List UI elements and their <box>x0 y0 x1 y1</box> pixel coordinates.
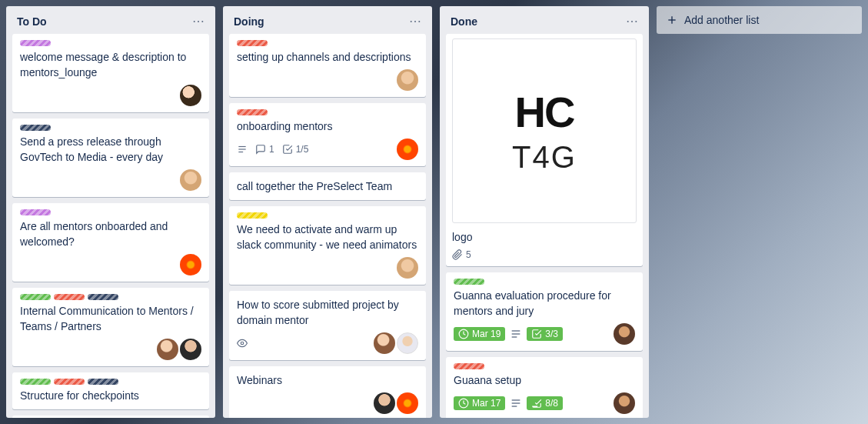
card-members <box>374 392 418 414</box>
card[interactable]: Guanna evaluation procedure for mentors … <box>446 272 643 351</box>
avatar[interactable] <box>374 392 395 414</box>
card[interactable]: Structure for checkpoints <box>12 372 209 409</box>
plus-icon <box>666 14 678 26</box>
list-header: Done ⋯ <box>440 6 649 34</box>
comments-badge: 1 <box>255 144 274 155</box>
checklist-complete-badge: 8/8 <box>527 396 563 410</box>
card-cover-image: HC T4G <box>452 38 637 223</box>
card-title: We need to activate and warm up slack co… <box>237 222 418 252</box>
card-title: Guanna evaluation procedure for mentors … <box>454 288 635 319</box>
avatar[interactable] <box>180 169 201 191</box>
card-title: Webinars <box>237 372 418 388</box>
svg-point-3 <box>241 342 244 345</box>
card-title: logo <box>452 229 637 245</box>
card-title: Structure for checkpoints <box>20 388 201 403</box>
label-navy[interactable] <box>20 125 51 131</box>
list-menu-button[interactable]: ⋯ <box>623 12 641 31</box>
card-title: setting up channels and descriptions <box>237 49 418 65</box>
due-date-badge: Mar 17 <box>454 396 505 410</box>
add-list-label: Add another list <box>684 14 759 26</box>
card-labels <box>237 212 418 219</box>
card-members <box>614 323 635 345</box>
list-done: Done ⋯ HC T4G logo 5 Guanna evaluation p… <box>440 6 649 418</box>
avatar[interactable] <box>397 332 418 354</box>
card-title: welcome message & description to mentors… <box>20 49 201 80</box>
card-members <box>397 257 418 279</box>
card[interactable]: HC T4G logo 5 <box>446 34 643 266</box>
card[interactable]: Webinars <box>229 366 426 418</box>
avatar[interactable] <box>157 339 178 360</box>
description-icon <box>237 144 248 155</box>
card-title: Guaana setup <box>454 372 635 388</box>
list-todo: To Do ⋯ welcome message & description to… <box>6 6 215 418</box>
cover-text-hc: HC <box>515 87 574 137</box>
list-menu-button[interactable]: ⋯ <box>189 12 208 31</box>
card[interactable]: community instrukcja obsługi co i jak <box>12 416 209 418</box>
card-labels <box>454 279 635 285</box>
description-icon <box>510 397 522 409</box>
list-menu-button[interactable]: ⋯ <box>406 12 424 31</box>
card-badges: 1 1/5 <box>237 144 308 155</box>
card[interactable]: welcome message & description to mentors… <box>12 34 209 112</box>
card[interactable]: Are all mentors onboarded and welcomed? <box>12 203 209 282</box>
label-red[interactable] <box>54 294 85 300</box>
card-labels <box>237 40 418 46</box>
card[interactable]: Guaana setup Mar 17 8/8 <box>446 357 643 418</box>
card-badges: Mar 19 3/3 <box>454 327 563 341</box>
avatar[interactable] <box>397 257 418 279</box>
label-green[interactable] <box>454 279 484 285</box>
label-red[interactable] <box>237 109 268 115</box>
card-title: Are all mentors onboarded and welcomed? <box>20 219 201 249</box>
card-members <box>614 392 635 414</box>
label-red[interactable] <box>54 379 85 385</box>
card[interactable]: call together the PreSelect Team <box>229 172 426 200</box>
description-icon <box>510 328 522 340</box>
avatar[interactable] <box>180 254 201 275</box>
card[interactable]: How to score submitted project by domain… <box>229 291 426 360</box>
label-red[interactable] <box>454 363 484 369</box>
board: To Do ⋯ welcome message & description to… <box>0 0 868 424</box>
avatar[interactable] <box>397 69 418 91</box>
label-purple[interactable] <box>20 40 51 46</box>
checklist-badge: 1/5 <box>282 144 309 155</box>
add-list-button[interactable]: Add another list <box>657 6 862 34</box>
card[interactable]: Send a press release through GovTech to … <box>12 119 209 197</box>
card[interactable]: We need to activate and warm up slack co… <box>229 206 426 285</box>
avatar[interactable] <box>614 323 635 345</box>
avatar[interactable] <box>374 332 395 354</box>
card-title: How to score submitted project by domain… <box>237 297 418 328</box>
avatar[interactable] <box>180 339 201 360</box>
list-doing: Doing ⋯ setting up channels and descript… <box>223 6 432 418</box>
card-labels <box>20 209 201 215</box>
card[interactable]: onboarding mentors 1 1/5 <box>229 103 426 166</box>
card-labels <box>20 294 201 300</box>
avatar[interactable] <box>614 392 635 414</box>
avatar[interactable] <box>397 139 418 160</box>
avatar[interactable] <box>180 85 201 106</box>
card-members <box>180 254 201 275</box>
card-labels <box>20 125 201 131</box>
list-header: To Do ⋯ <box>6 6 215 34</box>
label-green[interactable] <box>20 379 51 385</box>
label-green[interactable] <box>20 294 51 300</box>
card[interactable]: Internal Communication to Mentors / Team… <box>12 288 209 366</box>
list-title[interactable]: To Do <box>17 15 47 28</box>
card-labels <box>454 363 635 369</box>
list-cards: HC T4G logo 5 Guanna evaluation procedur… <box>440 34 649 418</box>
label-yellow[interactable] <box>237 212 268 219</box>
card-members <box>397 139 418 160</box>
avatar[interactable] <box>397 392 418 414</box>
list-title[interactable]: Done <box>451 15 477 28</box>
card-title: Internal Communication to Mentors / Team… <box>20 303 201 334</box>
card-badges <box>237 338 248 349</box>
label-purple[interactable] <box>20 209 51 215</box>
list-cards: welcome message & description to mentors… <box>6 34 215 418</box>
label-navy[interactable] <box>88 379 118 385</box>
card[interactable]: setting up channels and descriptions <box>229 34 426 97</box>
cover-text-t4g: T4G <box>512 140 577 175</box>
label-red[interactable] <box>237 40 268 46</box>
list-title[interactable]: Doing <box>234 15 264 28</box>
card-members <box>180 85 201 106</box>
watch-icon <box>237 338 248 349</box>
label-navy[interactable] <box>88 294 118 300</box>
